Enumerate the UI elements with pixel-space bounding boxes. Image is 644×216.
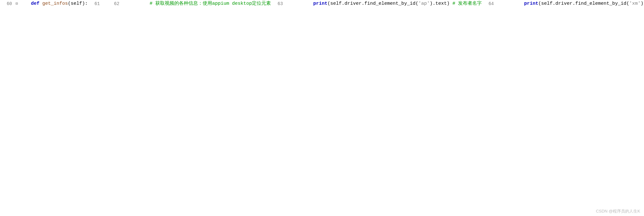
code-content[interactable]: # 获取视频的各种信息：使用appium desktop定位元素 bbox=[127, 0, 271, 8]
fold-marker bbox=[496, 0, 501, 8]
watermark-text: CSDN @程序员的人生K bbox=[596, 208, 640, 214]
code-line[interactable]: 60⊟ def get_infos(self): bbox=[0, 0, 88, 8]
line-number: 64 bbox=[482, 0, 496, 8]
line-number: 62 bbox=[107, 0, 121, 8]
line-number: 60 bbox=[0, 0, 14, 8]
code-line[interactable]: 61 bbox=[88, 0, 107, 8]
line-number: 63 bbox=[271, 0, 285, 8]
code-line[interactable]: 64 print(self.driver.find_element_by_id(… bbox=[482, 0, 644, 8]
fold-marker bbox=[102, 0, 107, 8]
fold-marker[interactable]: ⊟ bbox=[14, 0, 20, 8]
code-line[interactable]: 63 print(self.driver.find_element_by_id(… bbox=[271, 0, 482, 8]
code-content[interactable]: print(self.driver.find_element_by_id('xm… bbox=[501, 0, 644, 8]
code-content[interactable]: def get_infos(self): bbox=[20, 0, 88, 8]
fold-marker bbox=[285, 0, 290, 8]
code-line[interactable]: 62 # 获取视频的各种信息：使用appium desktop定位元素 bbox=[107, 0, 271, 8]
fold-marker bbox=[121, 0, 127, 8]
line-number: 61 bbox=[88, 0, 102, 8]
code-editor[interactable]: 60⊟ def get_infos(self):6162 # 获取视频的各种信息… bbox=[0, 0, 644, 8]
code-content[interactable]: print(self.driver.find_element_by_id('ap… bbox=[290, 0, 482, 8]
